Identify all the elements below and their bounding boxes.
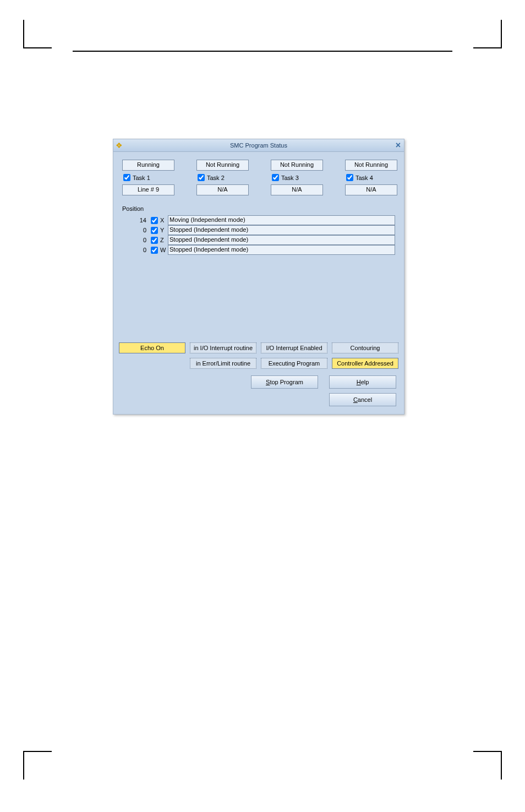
tasks-row: Running Task 1 Line # 9 Not Running Task… — [122, 160, 398, 195]
axis-letter: W — [160, 247, 168, 253]
button-row-2: Cancel — [329, 393, 396, 406]
axis-checkbox[interactable] — [151, 227, 158, 234]
task-status: Running — [122, 160, 174, 171]
task-label: Task 4 — [356, 175, 373, 181]
contouring-status[interactable]: Contouring — [332, 342, 398, 353]
axis-row-z: 0 Z Stopped (Independent mode) — [119, 235, 398, 245]
executing-program-status[interactable]: Executing Program — [261, 358, 327, 369]
cancel-button[interactable]: Cancel — [329, 393, 396, 406]
axis-checkbox[interactable] — [151, 247, 158, 254]
crop-mark — [473, 20, 502, 48]
task-column-4: Not Running Task 4 N/A — [345, 160, 397, 195]
io-interrupt-enabled-status[interactable]: I/O Interrupt Enabled — [261, 342, 327, 353]
help-label-rest: elp — [361, 379, 369, 385]
task-status: Not Running — [196, 160, 249, 171]
axis-value: 0 — [119, 227, 149, 233]
task-checkbox-3[interactable]: Task 3 — [271, 174, 323, 181]
axis-status: Stopped (Independent mode) — [168, 235, 395, 245]
axis-value: 0 — [119, 237, 149, 243]
axis-row-y: 0 Y Stopped (Independent mode) — [119, 225, 398, 235]
axis-letter: Y — [160, 227, 168, 233]
task-line: Line # 9 — [122, 184, 174, 195]
dialog-title: SMC Program Status — [113, 142, 404, 149]
smc-program-status-dialog: ❖ SMC Program Status × Running Task 1 Li… — [113, 139, 404, 415]
axis-row-x: 14 X Moving (Independent mode) — [119, 215, 398, 225]
io-interrupt-routine-status[interactable]: in I/O Interrupt routine — [190, 342, 256, 353]
axis-value: 0 — [119, 247, 149, 253]
task-checkbox-1[interactable]: Task 1 — [122, 174, 174, 181]
task-column-2: Not Running Task 2 N/A — [196, 160, 249, 195]
axis-value: 14 — [119, 217, 149, 224]
task-column-3: Not Running Task 3 N/A — [271, 160, 323, 195]
crop-mark — [23, 20, 52, 48]
task-column-1: Running Task 1 Line # 9 — [122, 160, 174, 195]
axis-letter: X — [160, 217, 168, 224]
cancel-label-rest: ancel — [358, 396, 372, 403]
echo-on-status[interactable]: Echo On — [119, 342, 185, 353]
task-label: Task 3 — [281, 175, 299, 181]
axis-letter: Z — [160, 237, 168, 243]
task-status: Not Running — [271, 160, 323, 171]
task-status: Not Running — [345, 160, 397, 171]
task-check-input[interactable] — [198, 174, 205, 181]
stop-label-rest: top Program — [270, 379, 303, 385]
task-checkbox-2[interactable]: Task 2 — [196, 174, 249, 181]
titlebar[interactable]: ❖ SMC Program Status × — [113, 139, 404, 152]
crop-mark — [23, 751, 52, 780]
axis-checkbox[interactable] — [151, 237, 158, 244]
help-button[interactable]: Help — [329, 375, 396, 389]
task-label: Task 1 — [133, 175, 150, 181]
task-label: Task 2 — [207, 175, 225, 181]
axis-status: Moving (Independent mode) — [168, 215, 395, 225]
axis-checkbox[interactable] — [151, 217, 158, 224]
dialog-content: Running Task 1 Line # 9 Not Running Task… — [113, 152, 404, 414]
task-check-input[interactable] — [272, 174, 279, 181]
task-checkbox-4[interactable]: Task 4 — [345, 174, 397, 181]
task-check-input[interactable] — [346, 174, 353, 181]
position-label: Position — [122, 205, 398, 212]
status-row-2: in Error/Limit routine Executing Program… — [119, 358, 398, 369]
header-rule — [73, 51, 452, 52]
task-line: N/A — [196, 184, 249, 195]
close-icon[interactable]: × — [396, 140, 401, 150]
button-row-1: Stop Program Help — [251, 375, 396, 389]
status-row-1: Echo On in I/O Interrupt routine I/O Int… — [119, 342, 398, 353]
error-limit-routine-status[interactable]: in Error/Limit routine — [190, 358, 256, 369]
controller-addressed-status[interactable]: Controller Addressed — [332, 358, 398, 369]
task-line: N/A — [345, 184, 397, 195]
axis-row-w: 0 W Stopped (Independent mode) — [119, 245, 398, 255]
task-line: N/A — [271, 184, 323, 195]
stop-program-button[interactable]: Stop Program — [251, 375, 318, 389]
axes-group: 14 X Moving (Independent mode) 0 Y Stopp… — [119, 215, 398, 255]
axis-status: Stopped (Independent mode) — [168, 245, 395, 255]
task-check-input[interactable] — [123, 174, 130, 181]
axis-status: Stopped (Independent mode) — [168, 225, 395, 235]
crop-mark — [473, 751, 502, 780]
